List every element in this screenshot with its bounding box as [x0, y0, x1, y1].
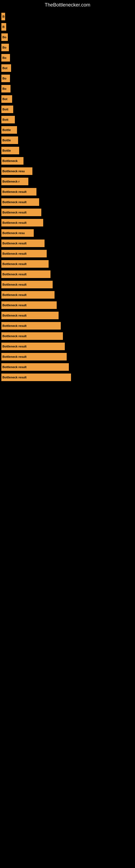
bar-label: Bott	[2, 108, 8, 111]
bar-item: Bot	[1, 95, 12, 103]
bar-row: Bott	[1, 105, 134, 113]
bar-label: B	[2, 15, 5, 18]
bar-item: Bo	[1, 44, 9, 51]
bars-container: BBBoBoBoBotBoBoBotBottBottBottleBottleBo…	[0, 10, 135, 386]
bar-row: Bottleneck result	[1, 373, 134, 381]
bar-item: Bottleneck result	[1, 332, 63, 340]
bar-item: Bottle	[1, 147, 19, 154]
bar-item: Bottleneck result	[1, 353, 67, 361]
bar-item: Bottleneck result	[1, 312, 58, 319]
bar-label: Bottleneck result	[2, 283, 27, 286]
bar-row: Bottleneck result	[1, 219, 134, 226]
bar-row: Bottleneck resu	[1, 229, 134, 237]
bar-label: Bottleneck result	[2, 273, 27, 276]
bar-label: Bottleneck result	[2, 314, 27, 317]
bar-item: Bott	[1, 116, 15, 123]
bar-item: Bottleneck	[1, 157, 24, 165]
bar-row: Bottleneck result	[1, 322, 134, 330]
bar-label: Bottleneck resu	[2, 169, 25, 173]
bar-label: Bottleneck result	[2, 324, 27, 328]
bar-item: Bottleneck result	[1, 240, 45, 247]
bar-row: Bo	[1, 85, 134, 93]
bar-label: Bottleneck result	[2, 211, 27, 214]
bar-row: Bot	[1, 95, 134, 103]
bar-item: Bo	[1, 74, 10, 82]
bar-row: B	[1, 13, 134, 20]
bar-item: Bottleneck resu	[1, 229, 34, 237]
bar-row: Bottleneck r	[1, 178, 134, 185]
bar-row: Bo	[1, 54, 134, 62]
bar-label: Bo	[2, 56, 6, 59]
bar-item: Bottleneck result	[1, 250, 47, 257]
bar-row: Bottleneck result	[1, 353, 134, 361]
bar-label: Bot	[2, 66, 7, 70]
site-title: TheBottlenecker.com	[0, 0, 135, 10]
bar-row: Bottleneck result	[1, 250, 134, 257]
bar-row: Bottleneck result	[1, 209, 134, 216]
bar-label: Bot	[2, 97, 7, 101]
bar-item: Bottleneck result	[1, 291, 54, 299]
bar-label: Bottle	[2, 128, 11, 131]
bar-item: Bottle	[1, 136, 18, 144]
bar-row: Bottleneck result	[1, 312, 134, 319]
bar-label: Bott	[2, 118, 8, 121]
bar-row: Bottleneck	[1, 157, 134, 165]
bar-item: B	[1, 13, 5, 20]
bar-label: Bottleneck result	[2, 252, 27, 255]
bar-item: Bottleneck result	[1, 301, 57, 309]
bar-item: Bottleneck result	[1, 373, 71, 381]
bar-item: Bottleneck result	[1, 209, 41, 216]
bar-label: Bottleneck result	[2, 190, 27, 193]
bar-label: Bottleneck result	[2, 293, 27, 297]
bar-label: Bottleneck result	[2, 376, 27, 379]
bar-row: Bottleneck result	[1, 363, 134, 371]
bar-label: Bo	[2, 46, 6, 49]
bar-row: Bo	[1, 74, 134, 82]
bar-label: Bo	[2, 35, 6, 39]
bar-label: Bottleneck r	[2, 180, 20, 183]
bar-label: Bottle	[2, 138, 11, 142]
bar-row: Bottleneck result	[1, 198, 134, 206]
bar-item: Bottleneck result	[1, 343, 65, 350]
bar-label: Bottle	[2, 149, 11, 152]
bar-item: Bottle	[1, 126, 17, 134]
bar-item: Bottleneck result	[1, 271, 50, 278]
bar-label: Bottleneck result	[2, 355, 27, 358]
bar-label: Bottleneck result	[2, 200, 27, 204]
bar-label: Bo	[2, 77, 6, 80]
bar-item: Bottleneck result	[1, 322, 61, 330]
bar-label: Bottleneck result	[2, 221, 27, 224]
bar-label: Bottleneck result	[2, 345, 27, 348]
bar-row: Bottleneck result	[1, 260, 134, 268]
bar-row: Bo	[1, 33, 134, 41]
bar-label: Bottleneck	[2, 159, 17, 162]
bar-label: Bottleneck result	[2, 304, 27, 307]
bar-item: Bo	[1, 33, 8, 41]
bar-item: Bottleneck result	[1, 198, 39, 206]
bar-row: Bottleneck resu	[1, 167, 134, 175]
bar-item: Bo	[1, 85, 10, 93]
bar-label: Bo	[2, 87, 6, 90]
bar-row: Bottleneck result	[1, 291, 134, 299]
bar-row: Bottleneck result	[1, 240, 134, 247]
bar-item: Bottleneck result	[1, 260, 49, 268]
bar-label: Bottleneck resu	[2, 231, 25, 235]
bar-item: Bottleneck r	[1, 178, 28, 185]
bar-row: B	[1, 23, 134, 31]
bar-row: Bot	[1, 64, 134, 72]
bar-row: Bott	[1, 116, 134, 123]
bar-row: Bottle	[1, 126, 134, 134]
bar-row: Bottleneck result	[1, 301, 134, 309]
bar-row: Bottle	[1, 136, 134, 144]
bar-row: Bottle	[1, 147, 134, 154]
bar-item: Bot	[1, 64, 11, 72]
bar-row: Bottleneck result	[1, 271, 134, 278]
bar-label: Bottleneck result	[2, 262, 27, 266]
bar-item: B	[1, 23, 6, 31]
bar-row: Bo	[1, 44, 134, 51]
bar-item: Bo	[1, 54, 10, 62]
bar-row: Bottleneck result	[1, 343, 134, 350]
bar-label: Bottleneck result	[2, 365, 27, 369]
bar-row: Bottleneck result	[1, 332, 134, 340]
bar-item: Bottleneck resu	[1, 167, 32, 175]
